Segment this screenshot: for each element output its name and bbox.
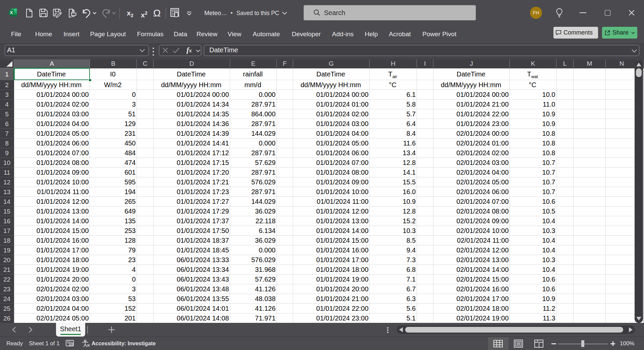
svg-text:X: X [10, 10, 13, 15]
